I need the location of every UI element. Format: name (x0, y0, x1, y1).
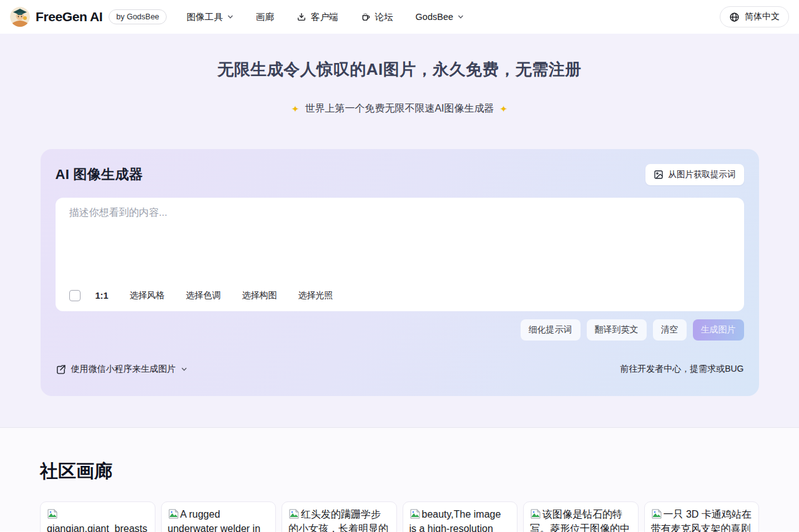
gallery-card[interactable]: qianqian,giant_breasts Create an image o… (40, 501, 155, 532)
coffee-icon (361, 12, 371, 22)
select-composition[interactable]: 选择构图 (242, 290, 277, 301)
broken-image-icon (409, 509, 421, 519)
external-link-icon (56, 364, 66, 375)
sparkle-icon: ✦ (500, 104, 508, 115)
download-icon (297, 12, 306, 22)
select-lighting[interactable]: 选择光照 (298, 290, 333, 301)
nav-image-tools[interactable]: 图像工具 (187, 11, 233, 23)
gallery-card[interactable]: 该图像是钻石的特写。菱形位于图像的中心，周 (523, 501, 639, 532)
developer-center-link[interactable]: 前往开发者中心，提需求或BUG (620, 364, 743, 375)
select-tone[interactable]: 选择色调 (185, 290, 220, 301)
brand[interactable]: FreeGen AI (10, 7, 102, 27)
community-gallery-section: 社区画廊 qianqian,giant_breasts Create an im… (0, 427, 799, 531)
chevron-down-icon (227, 14, 233, 20)
gallery-card[interactable]: beauty,The image is a high-resolution (403, 501, 518, 532)
by-godsbee-badge: by GodsBee (109, 9, 167, 24)
brand-name: FreeGen AI (36, 9, 102, 24)
clear-button[interactable]: 清空 (653, 319, 687, 341)
nav-forum[interactable]: 论坛 (361, 11, 393, 23)
card-footer: 使用微信小程序来生成图片 前往开发者中心，提需求或BUG (56, 364, 744, 375)
wechat-miniprogram-link[interactable]: 使用微信小程序来生成图片 (56, 364, 187, 375)
gallery-card[interactable]: 一只 3D 卡通鸡站在带有麦克风支架的喜剧舞台 (644, 501, 760, 532)
gallery-heading: 社区画廊 (40, 428, 759, 484)
globe-icon (729, 12, 740, 22)
hero-subtitle: ✦ 世界上第一个免费无限不限速AI图像生成器 ✦ (0, 102, 799, 115)
generator-title: AI 图像生成器 (56, 165, 144, 184)
generator-card: AI 图像生成器 从图片获取提示词 1:1 选择风格 选择色调 选择构图 选择光… (41, 149, 759, 396)
aspect-ratio-checkbox[interactable] (69, 290, 81, 301)
image-icon (654, 170, 664, 180)
top-navigation-bar: FreeGen AI by GodsBee 图像工具 画廊 客户端 论坛 God… (0, 0, 799, 34)
brand-avatar (10, 7, 30, 27)
broken-image-icon (651, 509, 662, 519)
select-style[interactable]: 选择风格 (129, 290, 164, 301)
gallery-card[interactable]: 红头发的蹒跚学步的小女孩，长着明显的雀斑和 (282, 501, 397, 532)
chevron-down-icon (181, 366, 187, 372)
chevron-down-icon (458, 14, 464, 20)
actions-row: 细化提示词 翻译到英文 清空 生成图片 (56, 319, 744, 341)
broken-image-icon (288, 509, 300, 519)
broken-image-icon (530, 509, 541, 519)
prompt-input[interactable] (69, 206, 730, 275)
main-nav: 图像工具 画廊 客户端 论坛 GodsBee (187, 11, 464, 23)
broken-image-icon (47, 509, 58, 519)
broken-image-icon (168, 509, 179, 519)
gallery-grid: qianqian,giant_breasts Create an image o… (40, 501, 759, 532)
nav-gallery[interactable]: 画廊 (256, 11, 274, 23)
hero-section: 无限生成令人惊叹的AI图片，永久免费，无需注册 ✦ 世界上第一个免费无限不限速A… (0, 34, 799, 427)
nav-client[interactable]: 客户端 (297, 11, 338, 23)
aspect-ratio-label[interactable]: 1:1 (96, 291, 109, 301)
get-prompt-from-image-button[interactable]: 从图片获取提示词 (645, 164, 744, 185)
generate-image-button[interactable]: 生成图片 (693, 319, 744, 341)
language-selector-button[interactable]: 简体中文 (720, 6, 789, 27)
gallery-card[interactable]: A rugged underwater welder in (161, 501, 277, 532)
prompt-panel: 1:1 选择风格 选择色调 选择构图 选择光照 (56, 198, 744, 311)
options-row: 1:1 选择风格 选择色调 选择构图 选择光照 (69, 290, 730, 301)
translate-to-english-button[interactable]: 翻译到英文 (587, 319, 647, 341)
hero-title: 无限生成令人惊叹的AI图片，永久免费，无需注册 (0, 59, 799, 80)
refine-prompt-button[interactable]: 细化提示词 (521, 319, 581, 341)
nav-godsbee-menu[interactable]: GodsBee (416, 12, 464, 22)
sparkle-icon: ✦ (292, 104, 300, 115)
